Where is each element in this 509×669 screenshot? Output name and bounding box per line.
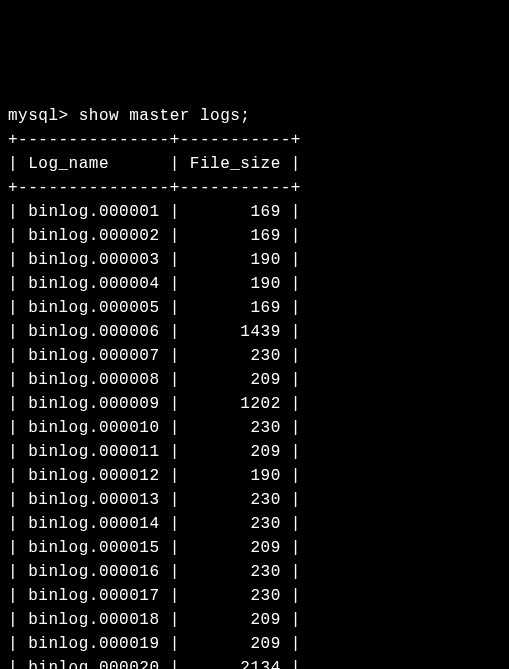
table-header-row: | Log_name | File_size |	[8, 155, 301, 173]
table-border-mid: +---------------+-----------+	[8, 179, 301, 197]
terminal-output: mysql> show master logs; +--------------…	[8, 104, 501, 669]
table-body: | binlog.000001 | 169 | | binlog.000002 …	[8, 203, 301, 669]
command-text: show master logs;	[79, 107, 251, 125]
prompt: mysql>	[8, 107, 69, 125]
table-border-top: +---------------+-----------+	[8, 131, 301, 149]
